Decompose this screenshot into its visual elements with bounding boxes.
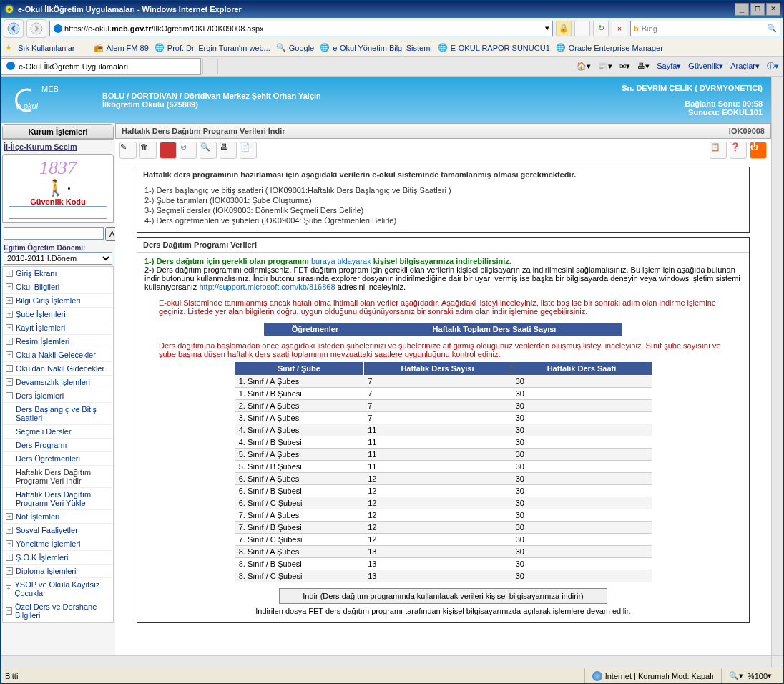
sidebar-item[interactable]: +Okula Nakil Gelecekler: [3, 348, 113, 362]
download-link[interactable]: buraya tıklayarak: [311, 257, 371, 265]
svg-point-3: [54, 24, 62, 33]
table-row: 1. Sınıf / B Şubesi730: [235, 388, 652, 400]
eokul-icon: 🌐: [320, 43, 330, 53]
titlebar: e-Okul İlkÖğretim Uygulamaları - Windows…: [1, 1, 783, 18]
table-row: 1. Sınıf / A Şubesi730: [235, 376, 652, 388]
prereq-header: Haftalık ders programının hazırlaması iç…: [137, 167, 749, 182]
school-path: BOLU / DÖRTDİVAN / Dörtdivan Merkez Şehi…: [102, 92, 321, 100]
status-text: Bitti: [5, 672, 18, 680]
sidebar-item[interactable]: +Not İşlemleri: [3, 510, 113, 524]
zoom-controls[interactable]: 🔍▾ %100 ▾: [721, 668, 779, 683]
edit-icon[interactable]: ✎: [119, 142, 137, 159]
print-icon[interactable]: 🖶: [220, 142, 237, 159]
export-icon[interactable]: 📄: [240, 142, 257, 159]
stop-button[interactable]: ×: [612, 21, 627, 36]
search-icon[interactable]: 🔍: [767, 24, 777, 33]
sidebar-item[interactable]: +YSOP ve Okula Kayıtsız Çocuklar: [3, 578, 113, 600]
sidebar-item[interactable]: +Şube İşlemleri: [3, 308, 113, 321]
ilce-link[interactable]: İl-İlçe-Kurum Seçim: [4, 142, 112, 151]
google-icon: 🔍: [276, 43, 286, 53]
sidebar-item[interactable]: +Özel Ders ve Dershane Bilgileri: [3, 600, 113, 622]
kb-link[interactable]: http://support.microsoft.com/kb/816868: [199, 283, 335, 291]
search-box[interactable]: b Bing 🔍: [630, 21, 780, 36]
help-icon[interactable]: ⓘ▾: [767, 61, 779, 72]
sidebar-item[interactable]: +Sosyal Faaliyetler: [3, 524, 113, 537]
fav-link[interactable]: 🌐Oracle Enterprise Manager: [556, 43, 663, 53]
sidebar-subitem[interactable]: Ders Öğretmenleri: [3, 452, 113, 466]
dropdown-icon[interactable]: ▾: [545, 24, 549, 33]
content-area: MEBe-okul BOLU / DÖRTDİVAN / Dörtdivan M…: [1, 77, 783, 655]
zoom-icon[interactable]: 🔍: [200, 142, 217, 159]
feeds-icon[interactable]: 📰▾: [598, 62, 612, 71]
security-label: Güvenlik Kodu: [6, 197, 110, 206]
sidebar-item[interactable]: +Okul Bilgileri: [3, 280, 113, 294]
sidebar-subitem[interactable]: Haftalık Ders Dağıtım Programı Veri Yükl…: [3, 488, 113, 510]
user-name: Sn. DEVRİM ÇELİK ( DVRMYONETICI): [321, 84, 763, 92]
compat-icon[interactable]: [574, 21, 590, 36]
new-tab-button[interactable]: [202, 59, 218, 74]
step1-text: 1-) Ders dağıtım için gerekli olan progr…: [144, 257, 309, 265]
eraser-icon[interactable]: [160, 142, 177, 159]
help-icon[interactable]: ❓: [730, 142, 747, 159]
accessibility-icon: •: [68, 184, 71, 192]
page-menu[interactable]: Sayfa▾: [657, 62, 681, 71]
back-button[interactable]: [4, 19, 24, 38]
sidebar-subitem[interactable]: Ders Başlangıç ve Bitiş Saatleri: [3, 403, 113, 425]
page-viewport: MEBe-okul BOLU / DÖRTDİVAN / Dörtdivan M…: [1, 77, 771, 655]
close-button[interactable]: ×: [766, 3, 780, 16]
page-title-bar: Haftalık Ders Dağıtım Programı Verileri …: [115, 123, 771, 139]
sidebar-header: Kurum İşlemleri: [3, 125, 113, 139]
home-icon[interactable]: 🏠▾: [577, 62, 591, 71]
print-icon[interactable]: 🖶▾: [637, 62, 650, 71]
alem-icon: 📻: [94, 43, 104, 53]
table-row: 7. Sınıf / A Şubesi1230: [235, 509, 652, 522]
minimize-button[interactable]: _: [735, 3, 749, 16]
svg-text:MEB: MEB: [41, 84, 59, 93]
sidebar-subitem[interactable]: Ders Programı: [3, 439, 113, 452]
mail-icon[interactable]: ✉▾: [619, 62, 630, 71]
table-row: 3. Sınıf / A Şubesi730: [235, 412, 652, 424]
sidebar-item[interactable]: +Resim İşlemleri: [3, 335, 113, 348]
scroll-corner: [771, 656, 783, 668]
fav-link[interactable]: 📻Alem FM 89: [94, 43, 149, 53]
term-select[interactable]: 2010-2011 I.Dönem: [4, 252, 112, 265]
col-lesson-count: Haftalık Ders Sayısı: [363, 362, 511, 376]
captcha-input[interactable]: [9, 206, 108, 219]
sidebar-subitem-active[interactable]: Haftalık Ders Dağıtım Programı Veri İndi…: [3, 466, 113, 488]
vertical-scrollbar[interactable]: [771, 77, 783, 655]
sidebar-item-expanded[interactable]: −Ders İşlemleri: [3, 389, 113, 403]
fav-link[interactable]: 🔍Google: [276, 43, 314, 53]
delete-icon[interactable]: 🗑: [139, 142, 157, 159]
maximize-button[interactable]: □: [750, 3, 765, 16]
search-input[interactable]: [4, 227, 104, 240]
sidebar-item[interactable]: +Diploma İşlemleri: [3, 565, 113, 578]
tab-title: e-Okul İlkÖğretim Uygulamaları: [19, 62, 128, 71]
window-title: e-Okul İlkÖğretim Uygulamaları - Windows…: [18, 5, 733, 14]
address-bar[interactable]: https://e-okul.meb.gov.tr/IlkOgretim/OKL…: [49, 21, 553, 36]
forward-button[interactable]: [26, 19, 46, 38]
download-button[interactable]: İndir (Ders dağıtım programında kullanıl…: [279, 588, 607, 604]
sidebar-item[interactable]: +Bilgi Giriş İşlemleri: [3, 294, 113, 308]
tools-menu[interactable]: Araçlar▾: [730, 62, 760, 71]
safety-menu[interactable]: Güvenlik▾: [688, 62, 723, 71]
browser-tab[interactable]: e-Okul İlkÖğretim Uygulamaları: [1, 58, 201, 75]
sidebar-item[interactable]: +Giriş Ekranı: [3, 267, 113, 280]
table-row: 8. Sınıf / B Şubesi1330: [235, 558, 652, 570]
cancel-icon[interactable]: ⊘: [180, 142, 197, 159]
sidebar-item[interactable]: +Okuldan Nakil Gidecekler: [3, 362, 113, 376]
fav-link[interactable]: 🌐e-Okul Yönetim Bilgi Sistemi: [320, 43, 432, 53]
fav-link[interactable]: 🌐E-OKUL RAPOR SUNUCU1: [438, 43, 550, 53]
report-icon[interactable]: 📋: [710, 142, 727, 159]
sidebar-subitem[interactable]: Seçmeli Dersler: [3, 425, 113, 439]
sidebar-item[interactable]: +Devamsızlık İşlemleri: [3, 376, 113, 389]
sidebar-item[interactable]: +Ş.Ö.K İşlemleri: [3, 551, 113, 565]
favorites-star-icon[interactable]: ★: [5, 43, 12, 52]
table-row: 8. Sınıf / A Şubesi1330: [235, 546, 652, 558]
fav-link[interactable]: 🌐Prof. Dr. Ergin Turan'ın web...: [155, 43, 270, 53]
power-icon[interactable]: ⏻: [750, 142, 767, 159]
ssl-lock-icon[interactable]: 🔒: [556, 21, 572, 36]
sidebar-item[interactable]: +Kayıt İşlemleri: [3, 321, 113, 335]
search-placeholder: Bing: [642, 24, 657, 33]
sidebar-item[interactable]: +Yöneltme İşlemleri: [3, 537, 113, 551]
refresh-button[interactable]: ↻: [593, 21, 609, 36]
